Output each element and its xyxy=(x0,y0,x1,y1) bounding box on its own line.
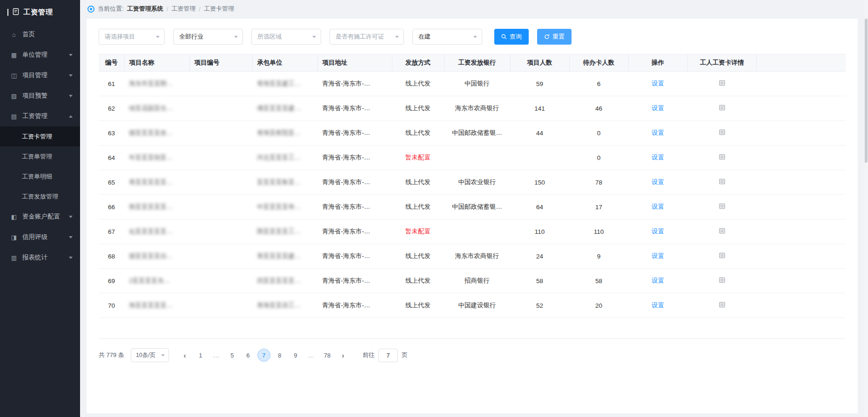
next-page-button[interactable]: › xyxy=(336,349,350,362)
chevron-down-icon xyxy=(161,354,165,357)
cell-project-name: 化某某某某某… xyxy=(124,219,189,244)
content-card: 请选择项目 全部行业 所选区域 是否有施工许可证 在建 xyxy=(87,19,858,413)
column-header: 项目地址 xyxy=(317,54,392,72)
salary-card-detail-icon[interactable] xyxy=(719,301,726,308)
settings-link[interactable]: 设置 xyxy=(652,203,664,210)
sidebar-item-project-alerts[interactable]: ▨ 项目预警 xyxy=(0,86,80,106)
settings-link[interactable]: 设置 xyxy=(652,80,664,87)
page-ellipsis[interactable]: ... xyxy=(305,349,318,362)
permit-select[interactable]: 是否有施工许可证 xyxy=(330,29,404,45)
settings-link[interactable]: 设置 xyxy=(652,105,664,112)
sidebar-item-home[interactable]: ⌂ 首页 xyxy=(0,24,80,45)
cell-project-name: 年某某某朝某… xyxy=(124,146,189,170)
page-button[interactable]: 8 xyxy=(273,349,286,362)
cell-project-code xyxy=(189,244,252,269)
column-header-filler xyxy=(756,54,846,72)
search-button[interactable]: 查询 xyxy=(494,29,529,45)
cell-method: 暂未配置 xyxy=(392,219,444,244)
industry-select[interactable]: 全部行业 xyxy=(173,29,243,45)
sidebar-item-label: 工资单管理 xyxy=(22,152,52,161)
table-row: 66 衡某某某某某… 中某某某某有… 青海省-海东市-… 线上代发 中国邮政储蓄… xyxy=(99,195,846,219)
sidebar-item-units[interactable]: ▦ 单位管理 xyxy=(0,45,80,65)
salary-card-detail-icon[interactable] xyxy=(719,104,726,111)
column-header: 编号 xyxy=(99,54,124,72)
logo-divider xyxy=(7,9,8,16)
project-select[interactable]: 请选择项目 xyxy=(99,29,165,45)
column-header: 项目名称 xyxy=(124,54,189,72)
sidebar-item-report-stats[interactable]: ▥ 报表统计 xyxy=(0,247,80,268)
salary-icon: ▤ xyxy=(10,113,18,120)
page-ellipsis[interactable]: ... xyxy=(210,349,223,362)
cell-people-count: 58 xyxy=(510,269,569,293)
cell-id: 66 xyxy=(99,195,124,219)
salary-card-detail-icon[interactable] xyxy=(719,79,726,86)
masked-text: 河北某某某工… xyxy=(257,154,301,161)
breadcrumb-level1[interactable]: 工资管理 xyxy=(171,5,195,13)
sidebar-item-payroll[interactable]: 工资单管理 xyxy=(0,146,80,166)
page-button[interactable]: 7 xyxy=(257,349,270,362)
goto-suffix: 页 xyxy=(402,351,408,359)
cell-operation: 设置 xyxy=(628,293,687,318)
chevron-down-icon xyxy=(69,95,73,97)
sidebar-item-fund-account[interactable]: ◧ 资金账户配置 xyxy=(0,206,80,227)
cell-contractor: 中某某某某有… xyxy=(252,195,317,219)
page-button[interactable]: 5 xyxy=(226,349,239,362)
page-button[interactable]: 1 xyxy=(194,349,207,362)
goto-page-input[interactable] xyxy=(378,349,398,362)
settings-link[interactable]: 设置 xyxy=(652,154,664,161)
pagination-bar: 共 779 条 10条/页 ‹ 1...56789...78 › 前往 页 xyxy=(99,348,846,362)
prev-page-button[interactable]: ‹ xyxy=(178,349,191,362)
sidebar-item-salary[interactable]: ▤ 工资管理 xyxy=(0,106,80,126)
settings-link[interactable]: 设置 xyxy=(652,179,664,185)
cell-address: 青海省-海东市-… xyxy=(317,170,392,195)
column-header: 待办卡人数 xyxy=(569,54,628,72)
salary-card-detail-icon[interactable] xyxy=(719,129,726,136)
cell-id: 69 xyxy=(99,269,124,293)
cell-id: 70 xyxy=(99,293,124,318)
salary-card-detail-icon[interactable] xyxy=(719,178,726,185)
sidebar-item-payroll-detail[interactable]: 工资单明细 xyxy=(0,166,80,186)
table-row: 67 化某某某某某… 陕某某某某工… 青海省-海东市-… 暂未配置 110 11… xyxy=(99,219,846,244)
cell-filler xyxy=(756,170,846,195)
cell-contractor: 佛某某某某建… xyxy=(252,96,317,121)
reset-button[interactable]: 重置 xyxy=(537,29,572,45)
salary-card-detail-icon[interactable] xyxy=(719,252,726,259)
table-row: 63 循某某某某改… 青海某察院某… 青海省-海东市-… 线上代发 中国邮政储蓄… xyxy=(99,121,846,146)
salary-card-detail-icon[interactable] xyxy=(719,227,726,234)
breadcrumb-root[interactable]: 工资管理系统 xyxy=(127,5,163,13)
masked-text: 青海某某设工… xyxy=(257,302,301,309)
page-size-select[interactable]: 10条/页 xyxy=(131,348,169,362)
status-select[interactable]: 在建 xyxy=(412,29,482,45)
page-button[interactable]: 9 xyxy=(289,349,302,362)
breadcrumb-level2[interactable]: 工资卡管理 xyxy=(204,5,234,13)
scrollbar[interactable] xyxy=(864,0,868,417)
settings-link[interactable]: 设置 xyxy=(652,277,664,284)
salary-card-detail-icon[interactable] xyxy=(719,203,726,210)
sidebar-item-salary-distribution[interactable]: 工资发放管理 xyxy=(0,186,80,206)
sidebar-item-credit-rating[interactable]: ◨ 信用评级 xyxy=(0,227,80,247)
masked-text: 四某某某某某… xyxy=(257,277,301,284)
cell-operation: 设置 xyxy=(628,195,687,219)
cell-people-count: 110 xyxy=(510,219,569,244)
settings-link[interactable]: 设置 xyxy=(652,302,664,309)
cell-people-count: 52 xyxy=(510,293,569,318)
cell-card-detail xyxy=(687,219,756,244)
settings-link[interactable]: 设置 xyxy=(652,252,664,259)
salary-card-detail-icon[interactable] xyxy=(719,277,726,284)
salary-card-detail-icon[interactable] xyxy=(719,153,726,160)
cell-project-name: 循某某某某改… xyxy=(124,121,189,146)
sidebar-item-salary-card[interactable]: 工资卡管理 xyxy=(0,126,80,146)
sidebar-item-projects[interactable]: ◫ 项目管理 xyxy=(0,65,80,86)
scrollbar-thumb[interactable] xyxy=(865,19,868,163)
region-select[interactable]: 所选区域 xyxy=(251,29,321,45)
cell-bank: 海东市农商银行 xyxy=(444,96,510,121)
page-button[interactable]: 6 xyxy=(242,349,255,362)
cell-operation: 设置 xyxy=(628,170,687,195)
cell-project-name: 海东市某某附… xyxy=(124,72,189,96)
masked-text: 中某某某某有… xyxy=(257,203,301,210)
cell-method: 线上代发 xyxy=(392,269,444,293)
cell-project-name: 绿某花园某住… xyxy=(124,96,189,121)
settings-link[interactable]: 设置 xyxy=(652,129,664,136)
page-button[interactable]: 78 xyxy=(321,349,334,362)
settings-link[interactable]: 设置 xyxy=(652,228,664,235)
